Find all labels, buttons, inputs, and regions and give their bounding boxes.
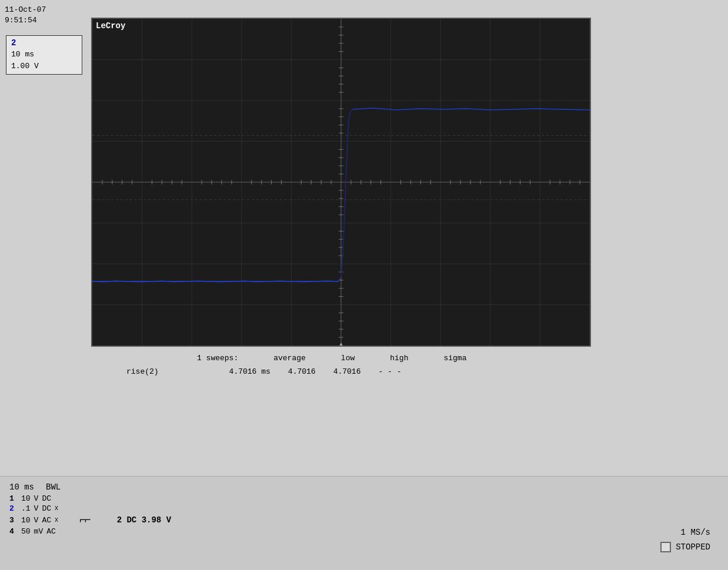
- ch1-range: 10: [21, 494, 31, 503]
- measurement-readout: 1 sweeps: average low high sigma rise(2)…: [91, 353, 591, 378]
- time-label: 9:51:54: [5, 15, 46, 26]
- ch1-coupling: DC: [42, 494, 51, 503]
- ch1-unit: V: [34, 494, 39, 503]
- ch2-extra: X: [55, 505, 58, 512]
- date-label: 11-Oct-07: [5, 5, 46, 15]
- channel-row-1: 1 10 V DC: [9, 494, 719, 503]
- bwl-label: BWL: [46, 482, 61, 492]
- timebase-label: 10 ms: [9, 482, 34, 492]
- brand-label: LeCroy: [96, 21, 125, 31]
- value-low: 4.7016: [288, 366, 316, 378]
- col-high: high: [390, 353, 408, 365]
- ch4-coupling: AC: [46, 527, 56, 536]
- bottom-right-status: 1 MS/s STOPPED: [660, 528, 710, 552]
- date-time-display: 11-Oct-07 9:51:54: [5, 5, 46, 26]
- value-sigma: - - -: [378, 366, 401, 378]
- waveform-symbol: ⌐⌐: [62, 514, 90, 526]
- ch3-unit: V: [34, 516, 39, 525]
- ch4-unit: mV: [34, 527, 44, 536]
- bottom-row-header: 10 ms BWL: [9, 482, 719, 492]
- channel-voltage: 1.00 V: [11, 61, 77, 72]
- ch2-range: .1: [21, 504, 31, 513]
- ch2-id: 2: [9, 504, 18, 513]
- ch2-coupling: DC: [42, 504, 51, 513]
- channel-row-4: 4 50 mV AC: [9, 527, 719, 536]
- col-low: low: [341, 353, 355, 365]
- channel-timebase: 10 ms: [11, 49, 77, 61]
- sample-rate-label: 1 MS/s: [681, 528, 710, 537]
- channel-row-2: 2 .1 V DC X: [9, 504, 719, 513]
- ch3-id: 3: [9, 516, 18, 525]
- stopped-label: STOPPED: [676, 542, 710, 552]
- channel-number: 2: [11, 38, 77, 48]
- stopped-box-icon: [660, 542, 671, 552]
- ch2-unit: V: [34, 504, 39, 513]
- value-high: 4.7016: [333, 366, 361, 378]
- col-average: average: [273, 353, 306, 365]
- param-label: rise(2): [126, 366, 159, 378]
- value-average: 4.7016 ms: [176, 366, 271, 378]
- dc-channel-reading: 2 DC 3.98 V: [93, 515, 171, 525]
- channel-row-3: 3 10 V AC X ⌐⌐ 2 DC 3.98 V: [9, 514, 719, 526]
- ch3-coupling: AC: [42, 516, 51, 525]
- oscilloscope-grid: [92, 19, 590, 346]
- oscilloscope-screen: 11-Oct-07 9:51:54 2 10 ms 1.00 V LeCroy …: [0, 0, 728, 570]
- bottom-status-bar: 10 ms BWL 1 10 V DC 2 .1 V DC X 3 10: [0, 476, 728, 570]
- sweeps-label: 1 sweeps:: [197, 353, 238, 365]
- channel-info-box: 2 10 ms 1.00 V: [6, 35, 82, 75]
- ch3-extra: X: [55, 517, 58, 524]
- channel-list: 1 10 V DC 2 .1 V DC X 3 10 V AC X ⌐⌐: [9, 494, 719, 536]
- ch3-range: 10: [21, 516, 31, 525]
- oscilloscope-display: LeCroy ► ◄ 2: [91, 18, 591, 347]
- ch4-id: 4: [9, 527, 18, 536]
- ch4-range: 50: [21, 527, 31, 536]
- stopped-indicator-box: STOPPED: [660, 542, 710, 552]
- ch1-id: 1: [9, 494, 18, 503]
- col-sigma: sigma: [443, 353, 466, 365]
